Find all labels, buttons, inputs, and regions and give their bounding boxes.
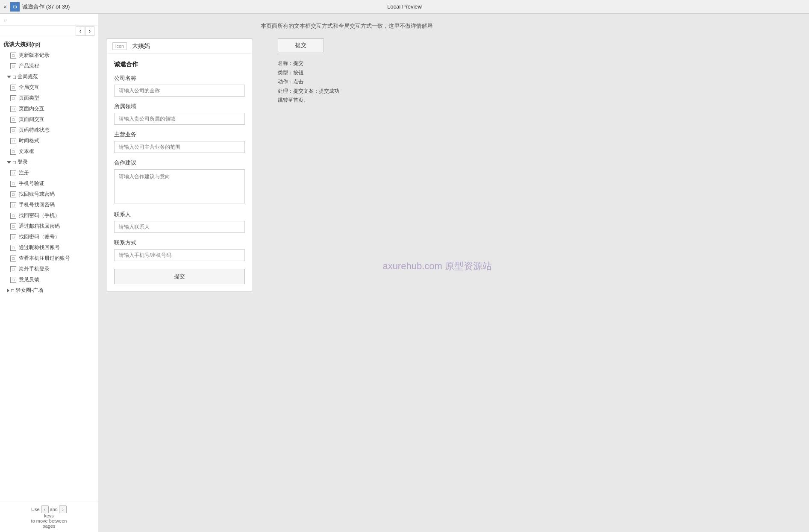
- sidebar-item-label: 页码特殊状态: [19, 126, 50, 134]
- page-icon: □: [10, 223, 16, 229]
- sidebar-item-label: 时间格式: [19, 137, 39, 144]
- page-icon: □: [10, 95, 16, 101]
- input-company[interactable]: [114, 85, 245, 97]
- expand-icon: [7, 161, 11, 164]
- sidebar-item-label: 页面类型: [19, 94, 39, 102]
- input-business[interactable]: [114, 141, 245, 153]
- page-icon: □: [13, 74, 16, 80]
- expand-icon: [7, 76, 11, 78]
- sidebar-subsection-global[interactable]: □ 全局规范: [0, 71, 98, 82]
- close-icon[interactable]: ×: [3, 3, 7, 10]
- textarea-suggestion[interactable]: [114, 169, 245, 203]
- label-domain: 所属领域: [114, 103, 245, 110]
- page-icon: □: [13, 159, 16, 165]
- form-section-title: 诚邀合作: [114, 61, 245, 68]
- sidebar-item-page-between[interactable]: □ 页面间交互: [0, 114, 98, 125]
- sidebar-section-header[interactable]: 优谈大姨妈(rp): [0, 39, 98, 50]
- sidebar-item-phone-verify[interactable]: □ 手机号验证: [0, 178, 98, 189]
- label-business: 主营业务: [114, 131, 245, 138]
- page-title: 诚邀合作 (37 of 39): [22, 3, 70, 11]
- sidebar-nav: ‹ ›: [0, 26, 98, 37]
- sidebar-item-update-log[interactable]: □ 更新版本记录: [0, 50, 98, 61]
- sidebar-item-label: 找回密码（手机）: [19, 212, 60, 219]
- sidebar-item-label: 页面内交互: [19, 105, 44, 112]
- sidebar-item-global-interact[interactable]: □ 全局交互: [0, 82, 98, 93]
- sidebar-item-page-type[interactable]: □ 页面类型: [0, 93, 98, 103]
- sidebar-item-nickname-recover[interactable]: □ 通过昵称找回账号: [0, 242, 98, 253]
- form-group-company: 公司名称: [114, 74, 245, 97]
- sidebar-item-label: 意见反馈: [19, 276, 39, 283]
- label-phone: 联系方式: [114, 239, 245, 247]
- input-domain[interactable]: [114, 113, 245, 125]
- sidebar-item-view-registered[interactable]: □ 查看本机注册过的账号: [0, 253, 98, 264]
- sidebar-section-title: 优谈大姨妈(rp): [3, 41, 41, 48]
- input-phone[interactable]: [114, 249, 245, 261]
- page-icon: □: [10, 53, 16, 59]
- content-area: 本页面所有的文本框交互方式和全局交互方式一致，这里不做详情解释 icon 大姨妈…: [98, 14, 809, 532]
- page-icon: □: [10, 127, 16, 133]
- submit-info: 名称：提交 类型：按钮 动作：点击 处理：提交文案：提交成功 跳转至首页。: [278, 59, 339, 105]
- info-line-5: 跳转至首页。: [278, 96, 339, 105]
- right-panel: 提交 名称：提交 类型：按钮 动作：点击 处理：提交文案：提交成功 跳转至首页。: [278, 38, 339, 105]
- to-move-text: to move between: [31, 518, 67, 523]
- sidebar-item-find-account[interactable]: □ 找回账号或密码: [0, 189, 98, 200]
- sidebar-item-email-recover[interactable]: □ 通过邮箱找回密码: [0, 221, 98, 232]
- sidebar-item-page-special[interactable]: □ 页码特殊状态: [0, 125, 98, 135]
- sidebar-subsection-login[interactable]: □ 登录: [0, 157, 98, 168]
- info-line-3: 动作：点击: [278, 77, 339, 87]
- form-submit-button[interactable]: 提交: [114, 269, 245, 284]
- sidebar-item-recover-account[interactable]: □ 找回密码（账号）: [0, 232, 98, 242]
- page-icon: □: [10, 138, 16, 144]
- search-icon: ⌕: [3, 16, 7, 23]
- sidebar-item-recover-phone[interactable]: □ 找回密码（手机）: [0, 210, 98, 221]
- label-company: 公司名称: [114, 74, 245, 82]
- page-icon: □: [10, 256, 16, 262]
- sidebar-item-label: 注册: [19, 169, 29, 176]
- page-icon: □: [10, 149, 16, 155]
- main-layout: ⌕ ‹ › 优谈大姨妈(rp) □ 更新版本记录 □ 产品流程 □: [0, 14, 809, 532]
- page-icon: □: [10, 202, 16, 208]
- sidebar-item-label: 查看本机注册过的账号: [19, 255, 70, 262]
- page-icon: □: [10, 117, 16, 123]
- use-text: Use: [31, 507, 40, 512]
- page-note: 本页面所有的文本框交互方式和全局交互方式一致，这里不做详情解释: [261, 22, 433, 30]
- submit-btn-preview[interactable]: 提交: [278, 38, 324, 52]
- sidebar-item-label: 找回账号或密码: [19, 191, 55, 198]
- page-icon: □: [10, 63, 16, 69]
- and-text: and: [50, 507, 58, 512]
- sidebar-prev-btn[interactable]: ‹: [76, 26, 85, 36]
- sidebar-item-label: 产品流程: [19, 62, 39, 70]
- sidebar-item-label: 海外手机登录: [19, 265, 50, 273]
- page-icon: □: [10, 191, 16, 197]
- search-input[interactable]: [9, 16, 94, 23]
- page-icon: □: [10, 245, 16, 251]
- form-card: icon 大姨妈 诚邀合作 公司名称 所属领域: [107, 38, 252, 291]
- top-bar: × rp 诚邀合作 (37 of 39) Local Preview: [0, 0, 809, 14]
- sidebar-item-overseas-login[interactable]: □ 海外手机登录: [0, 264, 98, 274]
- sidebar-search-area: ⌕: [0, 14, 98, 26]
- next-key-badge: ›: [59, 506, 67, 513]
- sidebar-next-btn[interactable]: ›: [85, 26, 94, 36]
- page-icon: □: [10, 106, 16, 112]
- sidebar-item-feedback[interactable]: □ 意见反馈: [0, 274, 98, 285]
- sidebar-item-label: 通过邮箱找回密码: [19, 223, 60, 230]
- sidebar-item-label: 全局交互: [19, 84, 39, 91]
- sidebar: ⌕ ‹ › 优谈大姨妈(rp) □ 更新版本记录 □ 产品流程 □: [0, 14, 98, 532]
- sidebar-item-register[interactable]: □ 注册: [0, 168, 98, 178]
- form-header-icon: icon: [112, 42, 127, 50]
- sidebar-subsection-circle[interactable]: □ 轻女圈-广场: [0, 285, 98, 296]
- sidebar-item-textbox[interactable]: □ 文本框: [0, 146, 98, 157]
- app-icon: rp: [10, 2, 20, 12]
- sidebar-item-phone-recover[interactable]: □ 手机号找回密码: [0, 200, 98, 210]
- form-group-business: 主营业务: [114, 131, 245, 153]
- form-group-domain: 所属领域: [114, 103, 245, 125]
- input-contact[interactable]: [114, 221, 245, 233]
- prev-key-badge: ‹: [41, 506, 49, 513]
- sidebar-item-label: 手机号找回密码: [19, 201, 55, 209]
- label-suggestion: 合作建议: [114, 159, 245, 167]
- form-group-contact: 联系人: [114, 211, 245, 233]
- sidebar-item-label: 全局规范: [18, 73, 38, 80]
- sidebar-item-page-inner[interactable]: □ 页面内交互: [0, 103, 98, 114]
- sidebar-item-product-flow[interactable]: □ 产品流程: [0, 61, 98, 71]
- sidebar-item-time-format[interactable]: □ 时间格式: [0, 135, 98, 146]
